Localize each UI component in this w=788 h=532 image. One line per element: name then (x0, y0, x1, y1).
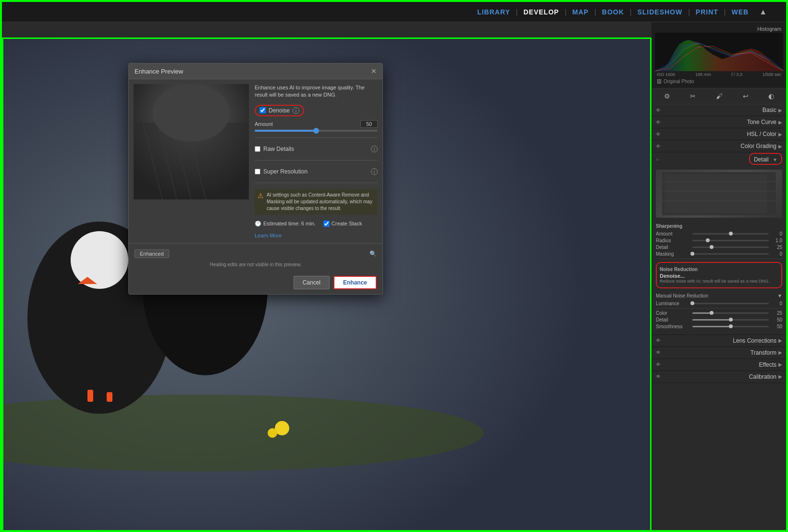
panel-calibration[interactable]: 👁 Calibration ▶ (652, 371, 786, 383)
detail-eye-icon[interactable]: ○ (656, 157, 659, 162)
tone-curve-label: Tone Curve (663, 119, 776, 125)
detail-panel-header[interactable]: ○ Detail ▼ (652, 152, 786, 166)
calibration-label: Calibration (663, 373, 776, 380)
sharpening-radius-slider[interactable] (692, 240, 769, 241)
color-slider[interactable] (692, 312, 769, 314)
calibration-eye-icon[interactable]: 👁 (656, 374, 661, 379)
hsl-panel-header[interactable]: 👁 HSL / Color ▶ (652, 128, 786, 140)
color-grading-panel-header[interactable]: 👁 Color Grading ▶ (652, 140, 786, 152)
heal-icon[interactable]: ↩ (741, 91, 751, 101)
nav-item-map[interactable]: Map (566, 8, 594, 16)
zoom-icon[interactable]: 🔍 (369, 250, 377, 257)
color-value: 25 (772, 310, 782, 316)
tone-curve-eye-icon[interactable]: 👁 (656, 120, 661, 125)
color-detail-slider[interactable] (692, 319, 769, 321)
dialog-footer-info: 🕐 Estimated time: 6 min. Create Stack (255, 219, 378, 229)
raw-details-checkbox[interactable] (255, 146, 260, 152)
smoothness-thumb[interactable] (729, 324, 733, 328)
tone-curve-toggle-icon[interactable]: ▶ (778, 120, 782, 125)
dialog-body: Enhance uses AI to improve image quality… (129, 79, 382, 243)
sharpening-radius-thumb[interactable] (706, 238, 710, 242)
effects-toggle-icon[interactable]: ▶ (778, 362, 782, 367)
panel-hsl: 👁 HSL / Color ▶ (652, 128, 786, 140)
panel-effects[interactable]: 👁 Effects ▶ (652, 359, 786, 371)
tone-curve-panel-header[interactable]: 👁 Tone Curve ▶ (652, 116, 786, 128)
settings-icon[interactable]: ⚙ (662, 91, 672, 101)
sharpening-radius-row: Radius 1.0 (656, 238, 782, 243)
lens-eye-icon[interactable]: 👁 (656, 338, 661, 343)
super-resolution-info-icon[interactable]: i (371, 168, 378, 175)
color-label: Color (656, 310, 690, 316)
panel-lens-corrections[interactable]: 👁 Lens Corrections ▶ (652, 335, 786, 347)
sharpening-detail-slider[interactable] (692, 247, 769, 248)
basic-toggle-icon[interactable]: ▶ (778, 108, 782, 113)
hsl-eye-icon[interactable]: 👁 (656, 132, 661, 137)
svg-rect-23 (665, 174, 767, 213)
nav-item-develop[interactable]: Develop (517, 8, 565, 16)
sharpening-detail-thumb[interactable] (710, 245, 714, 249)
luminance-slider[interactable] (692, 303, 769, 304)
learn-more-link[interactable]: Learn More (255, 233, 378, 238)
smoothness-slider[interactable] (692, 326, 769, 327)
lens-toggle-icon[interactable]: ▶ (778, 338, 782, 343)
nav-item-book[interactable]: Book (596, 8, 630, 16)
color-thumb[interactable] (710, 311, 714, 315)
basic-eye-icon[interactable]: 👁 (656, 108, 661, 113)
meta-aperture: f / 3.3 (731, 72, 742, 77)
svg-point-11 (268, 428, 277, 438)
detail-toggle-icon[interactable]: ▼ (773, 157, 777, 162)
luminance-thumb[interactable] (690, 301, 694, 305)
color-detail-thumb[interactable] (729, 318, 733, 322)
transform-eye-icon[interactable]: 👁 (656, 350, 661, 355)
enhanced-button[interactable]: Enhanced (135, 249, 169, 258)
sharpening-label: Sharpening (656, 222, 782, 230)
denoise-info-icon[interactable]: i (293, 107, 299, 114)
amount-row: Amount (255, 120, 378, 132)
color-grading-toggle-icon[interactable]: ▶ (778, 144, 782, 149)
detail-panel-content: Sharpening Amount 0 Radius 1.0 (652, 166, 786, 334)
sharpening-amount-slider[interactable] (692, 233, 769, 235)
amount-slider-thumb[interactable] (313, 128, 319, 134)
sharpening-masking-slider[interactable] (692, 253, 769, 255)
panel-transform[interactable]: 👁 Transform ▶ (652, 347, 786, 359)
cancel-button[interactable]: Cancel (294, 276, 330, 289)
raw-details-row: Raw Details i (255, 144, 378, 154)
mask-icon[interactable]: ◐ (766, 91, 776, 101)
denoise-button[interactable]: Denoise... (660, 273, 778, 279)
calibration-toggle-icon[interactable]: ▶ (778, 374, 782, 379)
transform-toggle-icon[interactable]: ▶ (778, 350, 782, 355)
tool-icons-row: ⚙ ✂ 🖌 ↩ ◐ (652, 88, 786, 104)
nav-item-library[interactable]: Library (471, 8, 516, 16)
divider-3 (255, 183, 378, 183)
cloud-icon[interactable]: ▲ (759, 8, 767, 16)
brush-icon[interactable]: 🖌 (714, 91, 725, 101)
nav-item-slideshow[interactable]: Slideshow (631, 8, 688, 16)
amount-slider-track[interactable] (255, 130, 378, 132)
nav-item-web[interactable]: Web (726, 8, 754, 16)
amount-label: Amount (255, 121, 273, 127)
basic-panel-header[interactable]: 👁 Basic ▶ (652, 104, 786, 116)
histogram-section: Histogram (652, 22, 786, 88)
enhance-button[interactable]: Enhance (333, 276, 377, 289)
svg-rect-12 (87, 390, 93, 402)
dialog-close-button[interactable]: ✕ (371, 67, 377, 75)
effects-eye-icon[interactable]: 👁 (656, 362, 661, 367)
sharpening-amount-thumb[interactable] (729, 232, 733, 235)
nav-item-print[interactable]: Print (690, 8, 724, 16)
main-layout: Enhance Preview ✕ (2, 22, 786, 532)
histogram-canvas (655, 33, 783, 71)
color-grading-eye-icon[interactable]: 👁 (656, 144, 661, 149)
super-resolution-checkbox[interactable] (255, 169, 260, 174)
raw-details-info-icon[interactable]: i (371, 146, 378, 152)
sharpening-masking-thumb[interactable] (690, 252, 694, 256)
crop-icon[interactable]: ✂ (688, 91, 698, 101)
create-stack-checkbox[interactable] (323, 221, 330, 227)
luminance-label: Luminance (656, 301, 690, 306)
lens-corrections-label: Lens Corrections (663, 337, 776, 344)
divider-1 (255, 137, 378, 138)
panel-detail: ○ Detail ▼ (652, 152, 786, 335)
hsl-toggle-icon[interactable]: ▶ (778, 132, 782, 137)
denoise-checkbox[interactable] (259, 107, 266, 113)
manual-nr-toggle[interactable]: ▼ (777, 293, 782, 298)
amount-input[interactable] (360, 120, 378, 128)
